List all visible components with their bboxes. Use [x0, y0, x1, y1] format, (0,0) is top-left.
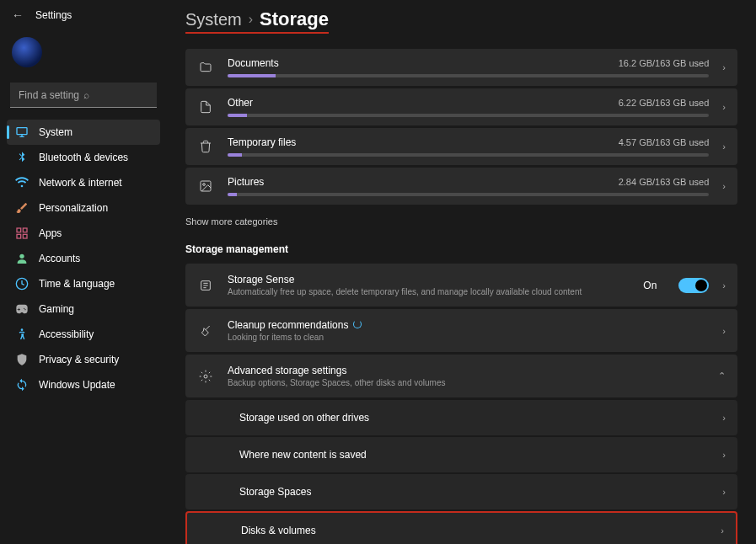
brush-icon — [15, 201, 29, 215]
nav-item-system[interactable]: System — [7, 120, 160, 145]
card-usage: 2.84 GB/163 GB used — [619, 177, 710, 187]
mgmt-title: Storage Sense — [228, 274, 630, 285]
toggle-label: On — [643, 280, 657, 291]
svg-point-5 — [19, 254, 24, 259]
storage-list: Documents 16.2 GB/163 GB used › Other 6.… — [185, 49, 737, 205]
pictures-icon — [197, 178, 214, 195]
back-button[interactable]: ← — [12, 8, 24, 22]
nav-label: Accessibility — [39, 328, 94, 340]
mgmt-body: Storage Sense Automatically free up spac… — [228, 274, 630, 296]
mgmt-body: Advanced storage settings Backup options… — [228, 365, 705, 387]
card-body: Other 6.22 GB/163 GB used — [228, 97, 709, 117]
management-list: Storage Sense Automatically free up spac… — [185, 264, 737, 397]
sub-item[interactable]: Storage Spaces› — [185, 474, 737, 509]
nav-list: SystemBluetooth & devicesNetwork & inter… — [0, 120, 167, 397]
svg-rect-4 — [23, 234, 27, 238]
chevron-icon: › — [722, 413, 726, 423]
person-icon — [15, 252, 29, 265]
search-icon: ⌕ — [83, 89, 148, 101]
sense-icon — [197, 277, 214, 294]
clock-icon — [15, 277, 29, 291]
svg-point-7 — [21, 328, 24, 331]
card-body: Documents 16.2 GB/163 GB used — [228, 57, 709, 77]
search-input[interactable]: Find a setting ⌕ — [10, 83, 157, 108]
nav-label: Apps — [39, 227, 62, 239]
update-icon — [15, 378, 29, 392]
sub-item[interactable]: Where new content is saved› — [185, 437, 737, 472]
nav-label: Privacy & security — [39, 354, 119, 365]
mgmt-card[interactable]: Storage Sense Automatically free up spac… — [185, 264, 737, 307]
nav-label: Windows Update — [39, 379, 115, 391]
wifi-icon — [15, 176, 29, 189]
sub-item-label: Storage Spaces — [239, 486, 311, 498]
chevron-icon: › — [722, 450, 726, 460]
app-title: Settings — [35, 9, 72, 21]
mgmt-subtitle: Backup options, Storage Spaces, other di… — [228, 378, 705, 387]
sub-item-label: Where new content is saved — [239, 449, 367, 461]
sub-item[interactable]: Storage used on other drives› — [185, 400, 737, 435]
nav-label: System — [39, 126, 72, 138]
storage-card-trash[interactable]: Temporary files 4.57 GB/163 GB used › — [185, 128, 737, 165]
nav-item-clock[interactable]: Time & language — [7, 271, 160, 296]
apps-icon — [15, 227, 29, 240]
storage-card-documents[interactable]: Documents 16.2 GB/163 GB used › — [185, 49, 737, 86]
nav-item-apps[interactable]: Apps — [7, 221, 160, 246]
card-body: Temporary files 4.57 GB/163 GB used — [228, 136, 709, 157]
nav-item-wifi[interactable]: Network & internet — [7, 170, 160, 195]
shield-icon — [15, 353, 29, 366]
sub-item-label: Storage used on other drives — [239, 412, 369, 424]
chevron-icon: › — [721, 525, 724, 536]
bluetooth-icon — [15, 151, 29, 164]
other-icon — [197, 99, 214, 115]
svg-rect-1 — [17, 228, 21, 232]
nav-item-person[interactable]: Accounts — [7, 246, 160, 271]
svg-rect-3 — [17, 234, 21, 238]
progress-bar — [228, 74, 709, 77]
progress-bar — [228, 153, 709, 157]
main-content: System › Storage Documents 16.2 GB/163 G… — [167, 0, 756, 544]
card-title: Other — [228, 97, 253, 109]
card-usage: 4.57 GB/163 GB used — [619, 137, 710, 147]
breadcrumb-current: Storage — [260, 8, 329, 30]
nav-item-brush[interactable]: Personalization — [7, 195, 160, 221]
chevron-icon: › — [722, 280, 726, 291]
game-icon — [15, 302, 29, 316]
mgmt-card[interactable]: Advanced storage settings Backup options… — [185, 355, 737, 397]
storage-card-other[interactable]: Other 6.22 GB/163 GB used › — [185, 88, 737, 125]
access-icon — [15, 328, 29, 341]
svg-point-9 — [203, 184, 206, 186]
mgmt-subtitle: Automatically free up space, delete temp… — [228, 287, 630, 296]
mgmt-title: Advanced storage settings — [228, 365, 705, 376]
card-body: Pictures 2.84 GB/163 GB used — [228, 176, 709, 196]
mgmt-card[interactable]: Cleanup recommendations Looking for item… — [185, 309, 737, 352]
progress-bar — [228, 114, 709, 117]
nav-item-access[interactable]: Accessibility — [7, 322, 160, 347]
broom-icon — [197, 323, 214, 339]
system-icon — [15, 125, 29, 139]
chevron-right-icon: › — [722, 62, 726, 72]
chevron-icon: › — [722, 487, 726, 497]
card-title: Pictures — [228, 176, 264, 188]
mgmt-title: Cleanup recommendations — [228, 319, 709, 331]
toggle-switch[interactable] — [678, 278, 709, 293]
nav-label: Time & language — [39, 278, 115, 290]
nav-item-update[interactable]: Windows Update — [7, 372, 160, 397]
nav-item-shield[interactable]: Privacy & security — [7, 347, 160, 372]
chevron-right-icon: › — [722, 181, 726, 191]
sub-item[interactable]: Disks & volumes› — [185, 511, 737, 544]
card-usage: 16.2 GB/163 GB used — [619, 58, 710, 68]
storage-card-pictures[interactable]: Pictures 2.84 GB/163 GB used › — [185, 168, 737, 205]
spinner-icon — [353, 320, 362, 328]
advanced-sub-list: Storage used on other drives›Where new c… — [185, 400, 737, 544]
chevron-right-icon: › — [249, 12, 253, 27]
nav-label: Gaming — [39, 303, 74, 315]
nav-item-bluetooth[interactable]: Bluetooth & devices — [7, 145, 160, 170]
show-more-link[interactable]: Show more categories — [185, 216, 737, 227]
avatar[interactable] — [12, 37, 42, 67]
card-title: Documents — [228, 57, 279, 69]
nav-item-game[interactable]: Gaming — [7, 296, 160, 322]
breadcrumb-parent[interactable]: System — [185, 10, 242, 29]
header-row: ← Settings — [0, 0, 167, 22]
sub-item-label: Disks & volumes — [241, 525, 316, 536]
card-usage: 6.22 GB/163 GB used — [619, 98, 710, 108]
